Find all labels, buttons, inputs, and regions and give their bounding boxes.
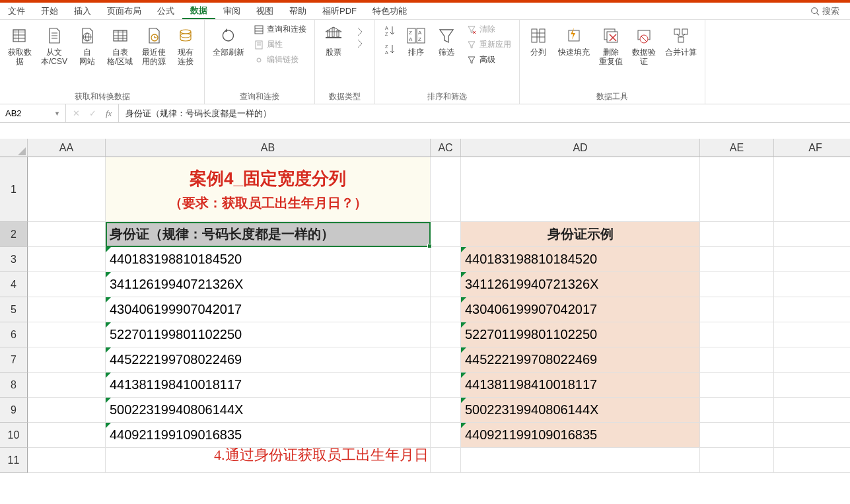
row-header[interactable]: 10 <box>0 423 28 448</box>
cell[interactable] <box>461 448 700 473</box>
cell[interactable] <box>700 297 774 322</box>
cell[interactable] <box>774 322 850 347</box>
row-header[interactable]: 4 <box>0 272 28 297</box>
filter-button[interactable]: 筛选 <box>432 22 461 59</box>
cell[interactable] <box>700 423 774 448</box>
cell[interactable] <box>28 398 106 423</box>
cell[interactable] <box>774 247 850 272</box>
cell[interactable]: 441381198410018117 <box>106 373 431 398</box>
cell[interactable] <box>28 322 106 347</box>
row-header[interactable]: 1 <box>0 157 28 222</box>
tab-formula[interactable]: 公式 <box>149 3 182 19</box>
flash-fill-button[interactable]: 快速填充 <box>554 22 594 59</box>
cell[interactable] <box>431 423 461 448</box>
cell[interactable]: 440921199109016835 <box>461 423 700 448</box>
queries-button[interactable]: 查询和连接 <box>250 22 310 36</box>
row-header[interactable]: 5 <box>0 297 28 322</box>
tab-special[interactable]: 特色功能 <box>365 3 415 19</box>
name-box[interactable]: AB2▼ <box>0 104 66 122</box>
cell-header-ad[interactable]: 身份证示例 <box>461 222 700 247</box>
tab-view[interactable]: 视图 <box>248 3 281 19</box>
cell[interactable] <box>700 448 774 473</box>
get-data-button[interactable]: 获取数 据 <box>4 22 36 69</box>
tab-pagelayout[interactable]: 页面布局 <box>99 3 149 19</box>
cell[interactable] <box>431 247 461 272</box>
row-header[interactable]: 7 <box>0 347 28 373</box>
text-to-columns-button[interactable]: 分列 <box>524 22 553 59</box>
row-header[interactable]: 6 <box>0 322 28 347</box>
accept-formula-icon[interactable]: ✓ <box>89 108 96 118</box>
row-header[interactable]: 9 <box>0 398 28 423</box>
cell[interactable] <box>431 157 461 222</box>
cell[interactable] <box>774 373 850 398</box>
tab-data[interactable]: 数据 <box>182 3 215 19</box>
col-header[interactable]: AA <box>28 139 106 157</box>
cell[interactable] <box>774 272 850 297</box>
cell[interactable] <box>700 222 774 247</box>
edit-links-button[interactable]: 编辑链接 <box>250 53 310 67</box>
cell-header-ab[interactable]: 身份证（规律：号码长度都是一样的） <box>106 222 431 247</box>
cell[interactable] <box>461 157 700 222</box>
cell[interactable] <box>431 297 461 322</box>
cell[interactable] <box>774 398 850 423</box>
properties-button[interactable]: 属性 <box>250 38 310 52</box>
cell[interactable]: 34112619940721326X <box>106 272 431 297</box>
sort-asc-button[interactable]: AZ <box>379 22 400 38</box>
cell[interactable] <box>774 347 850 373</box>
cell[interactable]: 50022319940806144X <box>461 398 700 423</box>
col-header[interactable]: AE <box>700 139 774 157</box>
cell[interactable] <box>700 272 774 297</box>
cell[interactable] <box>28 423 106 448</box>
cell[interactable]: 34112619940721326X <box>461 272 700 297</box>
clear-button[interactable]: 清除 <box>462 22 515 36</box>
cell[interactable] <box>431 222 461 247</box>
cell[interactable] <box>28 448 106 473</box>
row-header[interactable]: 3 <box>0 247 28 272</box>
cell[interactable] <box>774 157 850 222</box>
cell[interactable] <box>431 398 461 423</box>
types-nav[interactable] <box>352 22 368 52</box>
cell[interactable]: 445222199708022469 <box>461 347 700 373</box>
remove-dup-button[interactable]: 删除 重复值 <box>595 22 627 69</box>
col-header[interactable]: AD <box>461 139 700 157</box>
cell[interactable] <box>28 347 106 373</box>
refresh-all-button[interactable]: 全部刷新 <box>209 22 248 59</box>
cell[interactable]: 430406199907042017 <box>106 297 431 322</box>
row-header[interactable]: 2 <box>0 222 28 247</box>
from-web-button[interactable]: 自 网站 <box>73 22 102 69</box>
col-header[interactable]: AF <box>774 139 850 157</box>
row-header[interactable]: 8 <box>0 373 28 398</box>
cell[interactable] <box>700 347 774 373</box>
cell[interactable]: 522701199801102250 <box>461 322 700 347</box>
cell[interactable] <box>431 448 461 473</box>
cell[interactable] <box>700 398 774 423</box>
cell[interactable]: 440183198810184520 <box>461 247 700 272</box>
cell[interactable] <box>28 297 106 322</box>
cell[interactable] <box>431 272 461 297</box>
data-validation-button[interactable]: 数据验 证 <box>628 22 660 69</box>
consolidate-button[interactable]: 合并计算 <box>661 22 701 59</box>
cell[interactable] <box>700 373 774 398</box>
cell[interactable] <box>28 222 106 247</box>
tab-insert[interactable]: 插入 <box>66 3 99 19</box>
recent-sources-button[interactable]: 最近使 用的源 <box>138 22 170 69</box>
stocks-button[interactable]: 股票 <box>319 22 348 59</box>
cancel-formula-icon[interactable]: ✕ <box>73 108 80 118</box>
formula-content[interactable]: 身份证（规律：号码长度都是一样的） <box>119 108 850 120</box>
cell[interactable] <box>700 247 774 272</box>
cell-title[interactable]: 案例4_固定宽度分列 （要求：获取员工出生年月日？） <box>106 157 431 222</box>
search[interactable]: 搜索 <box>810 5 850 17</box>
cell[interactable] <box>774 297 850 322</box>
sort-button[interactable]: ZAAZ排序 <box>402 22 431 59</box>
select-all-corner[interactable] <box>0 139 28 157</box>
tab-help[interactable]: 帮助 <box>281 3 314 19</box>
cell[interactable] <box>431 373 461 398</box>
from-csv-button[interactable]: 从文 本/CSV <box>37 22 71 69</box>
cell[interactable]: 522701199801102250 <box>106 322 431 347</box>
cell[interactable] <box>28 157 106 222</box>
tab-review[interactable]: 审阅 <box>215 3 248 19</box>
tab-file[interactable]: 文件 <box>0 3 33 19</box>
cell[interactable] <box>700 157 774 222</box>
cell[interactable] <box>431 322 461 347</box>
cell[interactable] <box>431 347 461 373</box>
